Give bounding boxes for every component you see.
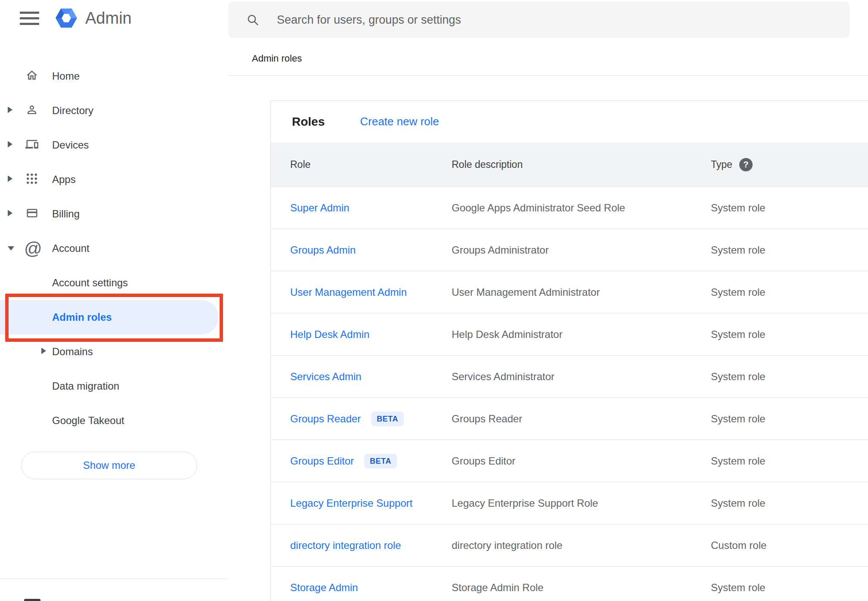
role-link[interactable]: Help Desk Admin [290,328,369,341]
table-row: Storage Admin Storage Admin Role System … [271,567,868,601]
role-link[interactable]: Legacy Enterprise Support [290,497,412,509]
sidebar-nav: Home Directory Devices [0,59,228,438]
table-row: Groups Reader BETA Groups Reader System … [271,398,868,440]
google-admin-console: Admin Home Directory [0,0,868,601]
chevron-right-icon[interactable] [41,348,46,356]
role-link[interactable]: Groups Reader [290,413,361,425]
sidebar-item-label: Account [52,242,90,254]
sidebar-item-label: Account settings [52,277,128,289]
sidebar: Admin Home Directory [0,0,228,601]
role-link[interactable]: Groups Editor [290,455,354,467]
sidebar-item-devices[interactable]: Devices [0,128,228,162]
chevron-down-icon[interactable] [8,245,14,252]
sidebar-item-account[interactable]: @ Account [0,231,228,266]
role-link[interactable]: Storage Admin [290,582,358,594]
role-description: Legacy Enterprise Support Role [452,497,711,509]
role-type: System role [711,244,868,256]
apps-grid-icon [24,173,40,186]
hamburger-menu-icon[interactable] [20,12,39,25]
role-description: Google Apps Administrator Seed Role [452,202,711,214]
role-link[interactable]: Super Admin [290,202,349,214]
table-row: Help Desk Admin Help Desk Administrator … [271,313,868,356]
sidebar-item-label: Apps [52,173,76,186]
chevron-right-icon[interactable] [8,107,12,115]
table-row: User Management Admin User Management Ad… [271,271,868,313]
devices-icon [24,138,40,152]
role-description: Help Desk Administrator [452,328,711,341]
google-admin-hexagon-icon [55,6,78,30]
role-description: Groups Editor [452,455,711,467]
role-type: System role [711,455,868,467]
sidebar-item-home[interactable]: Home [0,59,228,93]
role-description: Groups Administrator [452,244,711,256]
role-type: System role [711,286,868,298]
search-input[interactable] [228,2,849,38]
sidebar-item-label: Directory [52,105,93,117]
column-header-type: Type ? [711,158,868,171]
search-bar [228,2,849,38]
person-icon [24,103,40,118]
home-icon [24,69,40,84]
table-row: Legacy Enterprise Support Legacy Enterpr… [271,482,868,524]
column-header-role-description: Role description [452,159,711,170]
role-description: Storage Admin Role [452,582,711,594]
sidebar-item-label: Google Takeout [52,415,124,427]
role-type: System role [711,582,868,594]
sidebar-item-admin-roles[interactable]: Admin roles [0,300,219,335]
app-logo: Admin [55,6,132,30]
table-row: directory integration role directory int… [271,524,868,567]
beta-badge: BETA [364,454,397,468]
roles-card: Roles Create new role Role Role descript… [270,100,868,601]
sidebar-item-label: Domains [52,346,93,358]
breadcrumb-divider [228,75,868,76]
chevron-right-icon[interactable] [8,141,12,149]
role-type: System role [711,413,868,425]
sidebar-item-apps[interactable]: Apps [0,162,228,197]
role-description: User Management Administrator [452,286,711,298]
role-description: directory integration role [452,539,711,551]
sidebar-item-data-migration[interactable]: Data migration [0,369,228,403]
cut-off-bottom-icon [24,599,40,601]
table-row: Groups Admin Groups Administrator System… [271,229,868,271]
app-title: Admin [85,9,132,28]
sidebar-item-directory[interactable]: Directory [0,93,228,128]
sidebar-item-account-settings[interactable]: Account settings [0,266,228,300]
sidebar-item-label: Home [52,70,80,82]
role-link[interactable]: directory integration role [290,539,401,551]
table-header: Role Role description Type ? [271,143,868,187]
column-header-role: Role [290,159,452,170]
role-type: System role [711,371,868,383]
table-row: Services Admin Services Administrator Sy… [271,356,868,398]
sidebar-item-label: Data migration [52,380,119,392]
role-link[interactable]: Groups Admin [290,244,356,256]
sidebar-item-label: Billing [52,208,80,220]
table-row: Groups Editor BETA Groups Editor System … [271,440,868,482]
chevron-right-icon[interactable] [8,210,12,218]
breadcrumb: Admin roles [252,53,302,64]
role-link[interactable]: Services Admin [290,371,361,383]
roles-card-header: Roles Create new role [271,101,868,143]
sidebar-item-label: Admin roles [52,311,112,323]
beta-badge: BETA [371,412,404,426]
role-type: System role [711,202,868,214]
at-sign-icon: @ [24,241,40,256]
table-row: Super Admin Google Apps Administrator Se… [271,187,868,229]
role-type: Custom role [711,539,868,551]
question-mark-help-icon[interactable]: ? [739,158,753,171]
role-type: System role [711,497,868,509]
role-link[interactable]: User Management Admin [290,286,407,298]
chevron-right-icon[interactable] [8,176,12,184]
page-title: Roles [292,115,325,129]
show-more-button[interactable]: Show more [21,452,197,479]
sidebar-item-domains[interactable]: Domains [0,335,228,369]
sidebar-bottom-divider [0,579,228,579]
sidebar-item-google-takeout[interactable]: Google Takeout [0,403,228,438]
create-new-role-link[interactable]: Create new role [360,115,439,128]
credit-card-icon [24,207,40,221]
sidebar-item-billing[interactable]: Billing [0,197,228,231]
sidebar-item-label: Devices [52,139,89,151]
role-type: System role [711,328,868,341]
role-description: Groups Reader [452,413,711,425]
role-description: Services Administrator [452,371,711,383]
